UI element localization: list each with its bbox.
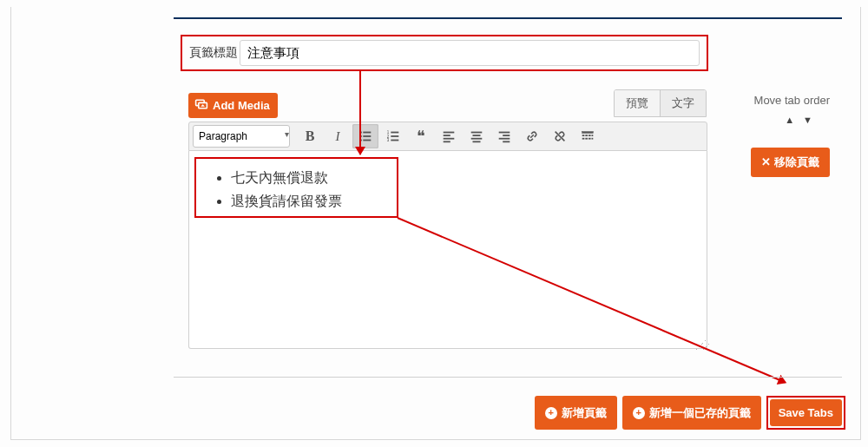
svg-rect-3 — [363, 135, 371, 137]
svg-rect-20 — [499, 132, 510, 134]
numbered-list-button[interactable]: 123 — [380, 124, 406, 148]
svg-rect-14 — [444, 138, 455, 140]
bold-button[interactable]: B — [297, 124, 323, 148]
tab-title-label: 頁籤標題 — [182, 45, 240, 61]
svg-rect-30 — [582, 138, 585, 140]
remove-tab-label: 移除頁籤 — [774, 155, 819, 168]
svg-rect-17 — [473, 135, 481, 136]
plus-icon: + — [545, 407, 557, 419]
svg-rect-11 — [391, 140, 398, 141]
svg-rect-21 — [503, 135, 510, 136]
svg-rect-31 — [585, 138, 588, 140]
editor-mode-tabs: 預覽 文字 — [614, 89, 707, 117]
bottom-actions: + 新增頁籤 + 新增一個已存的頁籤 Save Tabs — [535, 396, 845, 430]
svg-rect-5 — [363, 140, 371, 141]
divider-bottom — [174, 377, 842, 378]
align-center-button[interactable] — [464, 124, 490, 148]
add-tab-label: 新增頁籤 — [562, 405, 607, 421]
list-item: 退換貨請保留發票 — [231, 190, 682, 214]
svg-rect-7 — [391, 132, 398, 134]
move-tab-label: Move tab order — [754, 94, 830, 107]
move-up-icon[interactable]: ▲ — [785, 115, 794, 125]
align-right-icon — [496, 128, 512, 144]
italic-button[interactable]: I — [325, 124, 351, 148]
add-media-label: Add Media — [213, 99, 270, 112]
format-select[interactable]: Paragraph — [193, 125, 290, 148]
bullet-list-button[interactable] — [352, 124, 378, 148]
annotation-save-box: Save Tabs — [766, 396, 845, 430]
align-left-icon — [441, 128, 457, 144]
close-icon: ✕ — [761, 155, 771, 168]
kitchen-sink-icon — [580, 128, 595, 144]
align-right-button[interactable] — [491, 124, 517, 148]
svg-rect-12 — [444, 132, 455, 134]
svg-rect-27 — [585, 135, 588, 136]
save-tabs-button[interactable]: Save Tabs — [770, 399, 842, 426]
plus-icon: + — [633, 407, 645, 419]
add-existing-label: 新增一個已存的頁籤 — [649, 405, 751, 421]
tab-title-input[interactable] — [240, 40, 700, 66]
page-root: 頁籤標題 Add Media 預覽 文字 Move tab order ▲ ▼ … — [0, 0, 868, 447]
svg-rect-16 — [471, 132, 483, 134]
divider-top — [174, 17, 842, 19]
unlink-button[interactable] — [547, 124, 573, 148]
save-tabs-label: Save Tabs — [779, 406, 833, 419]
svg-rect-29 — [592, 135, 594, 136]
svg-rect-24 — [582, 132, 594, 134]
svg-rect-32 — [589, 138, 591, 140]
svg-rect-23 — [503, 141, 510, 142]
add-existing-tab-button[interactable]: + 新增一個已存的頁籤 — [622, 396, 761, 430]
kitchen-sink-button[interactable] — [575, 124, 601, 148]
editor-content-area[interactable]: 七天內無償退款 退換貨請保留發票 — [188, 151, 707, 349]
link-icon — [524, 128, 540, 144]
align-left-button[interactable] — [436, 124, 462, 148]
remove-tab-button[interactable]: ✕ 移除頁籤 — [751, 148, 830, 177]
blockquote-button[interactable]: ❝ — [408, 124, 434, 148]
add-tab-button[interactable]: + 新增頁籤 — [535, 396, 617, 430]
quote-icon: ❝ — [417, 132, 425, 141]
content-list: 七天內無償退款 退換貨請保留發票 — [214, 167, 682, 214]
add-media-button[interactable]: Add Media — [188, 93, 278, 118]
svg-rect-28 — [589, 135, 591, 136]
svg-rect-9 — [391, 135, 398, 137]
svg-rect-18 — [471, 138, 483, 140]
align-center-icon — [469, 128, 484, 144]
svg-rect-26 — [582, 135, 585, 136]
tab-title-row: 頁籤標題 — [181, 35, 708, 71]
move-down-icon[interactable]: ▼ — [803, 115, 812, 125]
svg-rect-22 — [499, 138, 510, 140]
link-button[interactable] — [519, 124, 545, 148]
media-icon — [194, 97, 208, 114]
svg-rect-33 — [592, 138, 594, 140]
svg-rect-13 — [444, 135, 450, 136]
numbered-list-icon: 123 — [385, 128, 401, 144]
unlink-icon — [552, 128, 568, 144]
svg-rect-19 — [473, 141, 481, 142]
list-item: 七天內無償退款 — [231, 167, 682, 190]
annotation-arrow-1 — [359, 71, 361, 154]
tab-visual[interactable]: 預覽 — [615, 90, 661, 116]
editor-toolbar: Paragraph B I 123 ❝ — [188, 122, 707, 151]
svg-text:3: 3 — [387, 138, 390, 142]
svg-rect-15 — [444, 141, 450, 142]
tab-text[interactable]: 文字 — [661, 90, 706, 116]
svg-rect-1 — [363, 132, 371, 134]
